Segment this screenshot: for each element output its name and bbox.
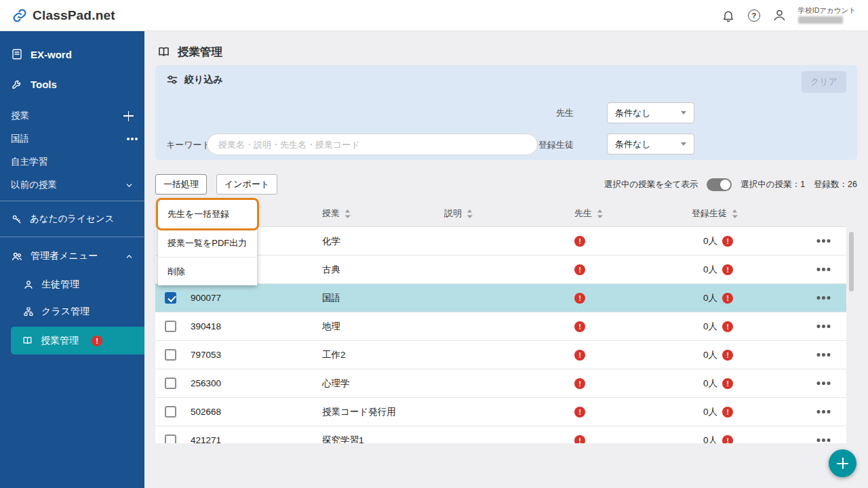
keyword-input[interactable] xyxy=(207,134,538,155)
batch-actions-menu: 先生を一括登録 授業一覧をPDF出力 削除 xyxy=(158,200,257,285)
help-icon[interactable] xyxy=(747,8,762,23)
notifications-bell-icon[interactable] xyxy=(721,8,736,23)
sidebar-item-label: EX-word xyxy=(31,49,72,60)
teacher-filter-label: 先生 xyxy=(508,107,574,119)
sidebar-item-student-mgmt[interactable]: 生徒管理 xyxy=(0,271,144,298)
show-selected-toggle[interactable] xyxy=(707,178,732,191)
sidebar-item-label: 管理者メニュー xyxy=(31,250,98,262)
menu-item-delete[interactable]: 削除 xyxy=(158,257,257,285)
account-icon[interactable] xyxy=(772,8,787,23)
selected-count: 選択中の授業：1 xyxy=(741,179,805,190)
sidebar-item-exword[interactable]: EX-word xyxy=(0,39,144,69)
key-icon xyxy=(11,214,22,225)
topbar: ClassPad.net 学校IDアカウント xyxy=(0,0,868,31)
more-options-icon[interactable] xyxy=(131,138,134,140)
sidebar-item-admin-menu[interactable]: 管理者メニュー xyxy=(0,241,144,271)
table-row-selected: 900077 国語 0人 xyxy=(155,284,846,312)
header-teacher[interactable]: 先生 xyxy=(570,207,686,220)
header-description[interactable]: 説明 xyxy=(441,207,570,220)
sidebar-item-course-mgmt[interactable]: 授業管理 xyxy=(11,327,144,354)
chevron-down-icon xyxy=(681,111,686,115)
student-count: 0人 xyxy=(703,378,717,390)
row-checkbox[interactable] xyxy=(165,349,176,361)
exword-icon xyxy=(11,48,23,60)
row-checkbox[interactable] xyxy=(165,321,176,332)
student-count: 0人 xyxy=(703,264,717,276)
course-name: 授業コード発行用 xyxy=(306,406,441,418)
sidebar-item-tools[interactable]: Tools xyxy=(0,69,144,99)
row-checkbox[interactable] xyxy=(165,434,176,443)
row-checkbox-checked[interactable] xyxy=(165,292,176,304)
menu-item-register-teachers[interactable]: 先生を一括登録 xyxy=(158,200,257,228)
course-name: 探究学習1 xyxy=(306,434,441,444)
student-count: 0人 xyxy=(703,292,717,304)
page-title: 授業管理 xyxy=(178,45,222,60)
header-students[interactable]: 登録生徒 xyxy=(686,207,801,220)
student-count: 0人 xyxy=(703,406,717,418)
teacher-error-icon xyxy=(574,236,585,247)
sort-icon xyxy=(467,209,473,218)
sidebar-item-class-mgmt[interactable]: クラス管理 xyxy=(0,298,144,325)
sidebar-item-previous-courses[interactable]: 以前の授業 xyxy=(0,174,144,197)
row-menu-button[interactable] xyxy=(822,382,825,385)
clear-filter-button[interactable]: クリア xyxy=(802,71,846,93)
students-filter-select[interactable]: 条件なし xyxy=(607,134,694,155)
table-scrollbar-thumb[interactable] xyxy=(849,232,854,291)
teacher-error-icon xyxy=(574,264,585,275)
row-menu-button[interactable] xyxy=(822,268,825,271)
teacher-filter-value: 条件なし xyxy=(615,107,651,119)
classpad-logo[interactable]: ClassPad.net xyxy=(12,8,115,23)
filter-header: 絞り込み xyxy=(155,65,857,86)
sidebar-item-courses[interactable]: 授業 xyxy=(0,104,144,127)
sidebar-divider xyxy=(0,237,144,237)
account-info[interactable]: 学校IDアカウント xyxy=(798,7,856,24)
toggle-knob xyxy=(720,180,730,190)
sidebar-item-license[interactable]: あなたのライセンス xyxy=(0,205,144,232)
students-error-icon xyxy=(722,293,733,304)
course-name: 地理 xyxy=(306,321,441,333)
sidebar-item-label: Tools xyxy=(31,79,57,90)
sidebar-item-label: 以前の授業 xyxy=(11,179,57,191)
sort-icon xyxy=(732,209,738,218)
table-row: 797053 工作2 0人 xyxy=(155,341,846,369)
row-menu-button[interactable] xyxy=(822,353,825,357)
sidebar-item-label: 自主学習 xyxy=(11,156,47,168)
sidebar-item-self-study[interactable]: 自主学習 xyxy=(0,150,144,174)
course-name: 心理学 xyxy=(306,378,441,390)
row-menu-button[interactable] xyxy=(822,296,825,300)
total-count: 登録数：26 xyxy=(814,179,857,190)
batch-actions-button[interactable]: 一括処理 xyxy=(155,174,207,195)
import-button[interactable]: インポート xyxy=(216,174,277,195)
teacher-error-icon xyxy=(574,321,585,332)
students-error-icon xyxy=(722,350,733,361)
row-checkbox[interactable] xyxy=(165,406,176,418)
student-count: 0人 xyxy=(703,434,717,444)
admin-menu-icon xyxy=(11,250,23,262)
row-menu-button[interactable] xyxy=(822,410,825,413)
sidebar-item-label: 国語 xyxy=(11,133,29,145)
row-menu-button[interactable] xyxy=(822,439,825,442)
students-error-icon xyxy=(722,236,733,247)
teacher-filter-select[interactable]: 条件なし xyxy=(607,102,694,123)
chevron-down-icon xyxy=(681,142,686,146)
row-checkbox[interactable] xyxy=(165,378,176,389)
toolbar-right: 選択中の授業を全て表示 選択中の授業：1 登録数：26 xyxy=(604,178,857,191)
course-name: 国語 xyxy=(306,292,441,304)
teacher-error-icon xyxy=(574,378,585,389)
teacher-error-icon xyxy=(574,407,585,418)
filter-panel: 絞り込み クリア 先生 条件なし キーワード 登録生徒 条件なし xyxy=(155,65,857,160)
sidebar-item-kokugo[interactable]: 国語 xyxy=(0,127,144,150)
add-course-icon[interactable] xyxy=(123,111,134,121)
add-course-fab[interactable] xyxy=(829,449,856,477)
student-icon xyxy=(23,279,34,290)
row-menu-button[interactable] xyxy=(822,239,825,243)
row-menu-button[interactable] xyxy=(822,325,825,328)
plus-icon xyxy=(123,111,134,121)
menu-item-export-pdf[interactable]: 授業一覧をPDF出力 xyxy=(158,228,257,257)
header-course[interactable]: 授業 xyxy=(306,207,441,220)
table-row: 421271 探究学習1 0人 xyxy=(155,426,846,443)
students-error-icon xyxy=(722,407,733,418)
sidebar-item-label: 授業管理 xyxy=(41,335,79,347)
header-label: 授業 xyxy=(322,207,340,220)
header-label: 説明 xyxy=(444,207,462,220)
